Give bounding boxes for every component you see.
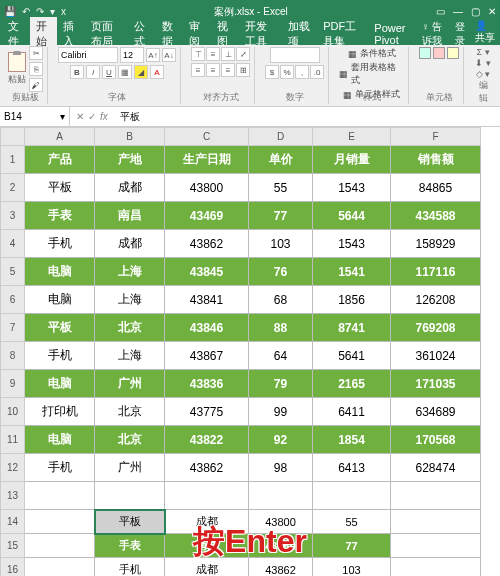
copy-icon[interactable]: ⎘ xyxy=(29,62,43,76)
data-cell[interactable]: 广州 xyxy=(95,454,165,482)
align-bottom-icon[interactable]: ⊥ xyxy=(221,47,235,61)
data-cell[interactable]: 5644 xyxy=(313,202,391,230)
table-header-cell[interactable]: 单价 xyxy=(249,146,313,174)
col-header[interactable]: D xyxy=(249,128,313,146)
save-icon[interactable]: 💾 xyxy=(4,6,16,17)
empty-cell[interactable] xyxy=(391,534,481,558)
data-cell[interactable]: 43800 xyxy=(165,174,249,202)
tab-file[interactable]: 文件 xyxy=(2,17,30,51)
data-cell[interactable]: 1543 xyxy=(313,230,391,258)
empty-cell[interactable] xyxy=(25,482,95,510)
col-header[interactable]: A xyxy=(25,128,95,146)
row-header[interactable]: 16 xyxy=(1,558,25,577)
fx-icon[interactable]: fx xyxy=(100,111,108,122)
table-header-cell[interactable]: 月销量 xyxy=(313,146,391,174)
data-cell[interactable]: 55 xyxy=(313,510,391,534)
tab-powerpivot[interactable]: Power Pivot xyxy=(368,20,422,48)
tab-review[interactable]: 审阅 xyxy=(183,17,211,51)
data-cell[interactable]: 43846 xyxy=(165,314,249,342)
italic-button[interactable]: I xyxy=(86,65,100,79)
col-header[interactable]: C xyxy=(165,128,249,146)
data-cell[interactable]: 上海 xyxy=(95,342,165,370)
tab-pdf[interactable]: PDF工具集 xyxy=(317,17,368,51)
data-cell[interactable]: 76 xyxy=(249,258,313,286)
empty-cell[interactable] xyxy=(25,558,95,577)
empty-cell[interactable] xyxy=(25,534,95,558)
data-cell[interactable]: 64 xyxy=(249,342,313,370)
data-cell[interactable]: 南昌 xyxy=(95,202,165,230)
clear-icon[interactable]: ◇ ▾ xyxy=(476,69,491,79)
chevron-down-icon[interactable]: ▾ xyxy=(60,111,65,122)
data-cell[interactable]: 电脑 xyxy=(25,370,95,398)
conditional-format-button[interactable]: ▦条件格式 xyxy=(348,47,396,60)
row-header[interactable]: 7 xyxy=(1,314,25,342)
tab-insert[interactable]: 插入 xyxy=(57,17,85,51)
close-icon[interactable]: ✕ xyxy=(488,6,496,17)
data-cell[interactable]: 手机 xyxy=(95,558,165,577)
autosum-icon[interactable]: Σ ▾ xyxy=(477,47,490,57)
tab-layout[interactable]: 页面布局 xyxy=(85,17,128,51)
data-cell[interactable]: 361024 xyxy=(391,342,481,370)
data-cell[interactable]: 1541 xyxy=(313,258,391,286)
tab-formulas[interactable]: 公式 xyxy=(128,17,156,51)
data-cell[interactable]: 上海 xyxy=(95,286,165,314)
col-header[interactable]: B xyxy=(95,128,165,146)
decrease-font-icon[interactable]: A↓ xyxy=(162,48,176,62)
file-tab-mini[interactable]: x xyxy=(61,6,66,17)
data-cell[interactable]: 434588 xyxy=(391,202,481,230)
row-header[interactable]: 6 xyxy=(1,286,25,314)
data-cell[interactable]: 电脑 xyxy=(25,258,95,286)
data-cell[interactable]: 77 xyxy=(249,202,313,230)
data-cell[interactable]: 117116 xyxy=(391,258,481,286)
border-icon[interactable]: ▦ xyxy=(118,65,132,79)
row-header[interactable]: 15 xyxy=(1,534,25,558)
underline-button[interactable]: U xyxy=(102,65,116,79)
table-header-cell[interactable]: 生产日期 xyxy=(165,146,249,174)
insert-cell-icon[interactable] xyxy=(419,47,431,59)
data-cell[interactable]: 平板 xyxy=(95,510,165,534)
empty-cell[interactable] xyxy=(391,482,481,510)
font-color-icon[interactable]: A xyxy=(150,65,164,79)
align-right-icon[interactable]: ≡ xyxy=(221,63,235,77)
tab-developer[interactable]: 开发工具 xyxy=(239,17,282,51)
data-cell[interactable]: 84865 xyxy=(391,174,481,202)
empty-cell[interactable] xyxy=(25,510,95,534)
comma-icon[interactable]: , xyxy=(295,65,309,79)
row-header[interactable]: 3 xyxy=(1,202,25,230)
tab-addins[interactable]: 加载项 xyxy=(282,17,317,51)
data-cell[interactable]: 打印机 xyxy=(25,398,95,426)
currency-icon[interactable]: $ xyxy=(265,65,279,79)
data-cell[interactable]: 77 xyxy=(313,534,391,558)
row-header[interactable]: 9 xyxy=(1,370,25,398)
minimize-icon[interactable]: — xyxy=(453,6,463,17)
data-cell[interactable]: 成都 xyxy=(95,230,165,258)
share-button[interactable]: 👤 共享 xyxy=(475,20,498,48)
data-cell[interactable]: 769208 xyxy=(391,314,481,342)
row-header[interactable]: 4 xyxy=(1,230,25,258)
row-header[interactable]: 12 xyxy=(1,454,25,482)
data-cell[interactable]: 99 xyxy=(249,398,313,426)
data-cell[interactable]: 92 xyxy=(249,426,313,454)
data-cell[interactable]: 手机 xyxy=(25,342,95,370)
worksheet[interactable]: A B C D E F 1 产品 产地 生产日期 单价 月销量 销售额 2平板成… xyxy=(0,127,500,576)
decimal-inc-icon[interactable]: .0 xyxy=(310,65,324,79)
data-cell[interactable]: 634689 xyxy=(391,398,481,426)
fill-color-icon[interactable]: ◢ xyxy=(134,65,148,79)
align-middle-icon[interactable]: ≡ xyxy=(206,47,220,61)
format-painter-icon[interactable]: 🖌 xyxy=(29,78,43,92)
data-cell[interactable]: 103 xyxy=(249,230,313,258)
align-center-icon[interactable]: ≡ xyxy=(206,63,220,77)
data-cell[interactable]: 88 xyxy=(249,314,313,342)
qat-dropdown-icon[interactable]: ▾ xyxy=(50,6,55,17)
orientation-icon[interactable]: ⤢ xyxy=(236,47,250,61)
data-cell[interactable]: 158929 xyxy=(391,230,481,258)
data-cell[interactable]: 43867 xyxy=(165,342,249,370)
enter-formula-icon[interactable]: ✓ xyxy=(88,111,96,122)
col-header[interactable]: F xyxy=(391,128,481,146)
data-cell[interactable]: 6413 xyxy=(313,454,391,482)
row-header[interactable]: 2 xyxy=(1,174,25,202)
data-cell[interactable]: 北京 xyxy=(95,314,165,342)
data-cell[interactable]: 43469 xyxy=(165,202,249,230)
table-format-button[interactable]: ▦套用表格格式 xyxy=(339,61,404,87)
data-cell[interactable]: 2165 xyxy=(313,370,391,398)
